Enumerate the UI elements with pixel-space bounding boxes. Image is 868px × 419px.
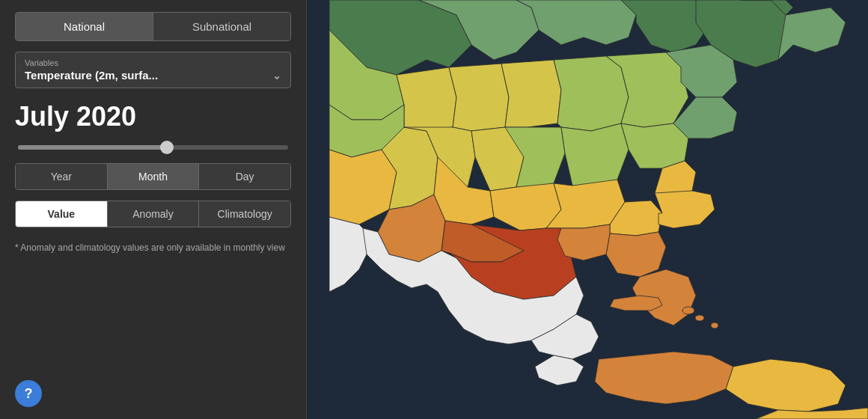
variables-label: Variables	[25, 58, 281, 67]
variables-dropdown[interactable]: Variables Temperature (2m, surfa... ⌄	[15, 52, 291, 88]
display-mode-toggle: Value Anomaly Climatology	[15, 201, 291, 227]
svg-point-2	[695, 315, 704, 321]
subnational-button[interactable]: Subnational	[153, 13, 290, 40]
climatology-mode-button[interactable]: Climatology	[199, 201, 290, 227]
sidebar: National Subnational Variables Temperatu…	[0, 0, 307, 419]
month-button[interactable]: Month	[108, 164, 200, 189]
slider-thumb[interactable]	[160, 141, 174, 154]
variables-selected-value: Temperature (2m, surfa...	[25, 69, 158, 82]
anomaly-mode-button[interactable]: Anomaly	[108, 201, 200, 227]
map-svg	[307, 0, 868, 419]
timeline-slider[interactable]	[15, 142, 291, 153]
help-button[interactable]: ?	[15, 380, 42, 407]
value-mode-button[interactable]: Value	[16, 201, 108, 227]
svg-point-1	[682, 307, 694, 314]
slider-fill	[18, 145, 167, 150]
day-button[interactable]: Day	[199, 164, 290, 189]
date-display: July 2020	[15, 102, 291, 132]
national-button[interactable]: National	[16, 13, 153, 40]
slider-track	[18, 145, 288, 150]
map-area[interactable]	[307, 0, 868, 419]
year-button[interactable]: Year	[16, 164, 108, 189]
time-period-toggle: Year Month Day	[15, 163, 291, 190]
national-subnational-toggle: National Subnational	[15, 12, 291, 41]
chevron-down-icon: ⌄	[272, 70, 281, 82]
note-text: * Anomaly and climatology values are onl…	[15, 241, 291, 254]
variables-value-row: Temperature (2m, surfa... ⌄	[25, 69, 281, 82]
svg-point-3	[711, 322, 718, 328]
